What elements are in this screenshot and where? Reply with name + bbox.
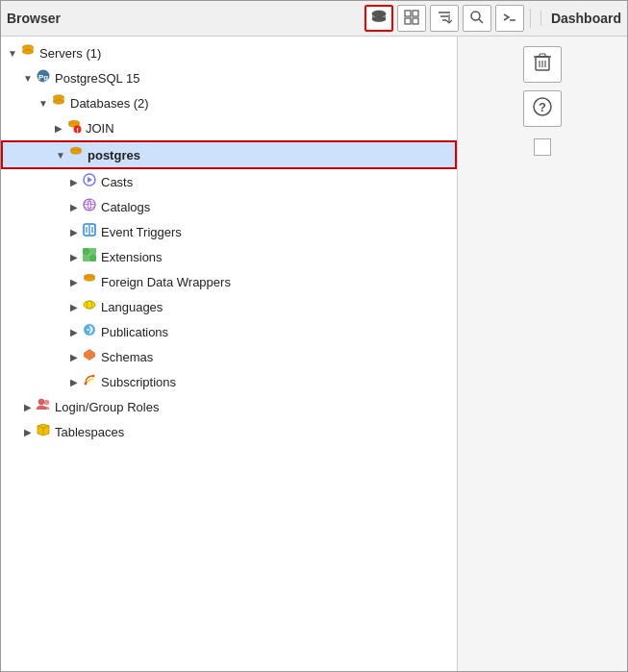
publications-icon bbox=[82, 322, 97, 341]
postgres-label: postgres bbox=[88, 148, 140, 162]
filter-button[interactable] bbox=[430, 5, 459, 32]
tree-item-languages[interactable]: ▶ Languages bbox=[1, 294, 457, 319]
servers-label: Servers (1) bbox=[39, 46, 101, 61]
svg-point-45 bbox=[85, 277, 95, 281]
svg-text:?: ? bbox=[539, 100, 546, 114]
svg-point-32 bbox=[71, 150, 82, 154]
postgres-icon bbox=[68, 145, 84, 164]
tree-item-casts[interactable]: ▶ Casts bbox=[1, 169, 457, 194]
tree-item-login-group-roles[interactable]: ▶ Login/Group Roles bbox=[1, 394, 457, 419]
event-triggers-icon bbox=[82, 222, 97, 241]
grid-button[interactable] bbox=[397, 5, 426, 32]
toggle-catalogs: ▶ bbox=[66, 202, 82, 212]
subscriptions-label: Subscriptions bbox=[101, 375, 176, 389]
tablespaces-label: Tablespaces bbox=[55, 425, 124, 439]
svg-line-13 bbox=[479, 19, 483, 23]
extensions-icon bbox=[82, 247, 97, 266]
toggle-event-triggers: ▶ bbox=[66, 227, 82, 237]
svg-point-52 bbox=[85, 383, 88, 386]
foreign-data-wrappers-label: Foreign Data Wrappers bbox=[101, 275, 231, 289]
tree-item-publications[interactable]: ▶ Publications bbox=[1, 319, 457, 344]
toggle-servers: ▼ bbox=[5, 48, 20, 59]
search-icon bbox=[469, 10, 485, 28]
svg-rect-7 bbox=[413, 18, 418, 24]
servers-icon bbox=[20, 43, 36, 62]
svg-rect-40 bbox=[89, 248, 96, 255]
grid-icon bbox=[404, 10, 419, 28]
toggle-tablespaces: ▶ bbox=[20, 427, 36, 437]
svg-text:Pg: Pg bbox=[38, 73, 48, 82]
postgresql-icon: Pg bbox=[36, 68, 51, 87]
extensions-label: Extensions bbox=[101, 250, 163, 264]
tree-item-event-triggers[interactable]: ▶ Event Triggers bbox=[1, 219, 457, 244]
svg-point-18 bbox=[23, 50, 34, 54]
app-window: Browser bbox=[0, 0, 628, 672]
toggle-languages: ▶ bbox=[66, 302, 82, 312]
svg-rect-59 bbox=[540, 54, 545, 57]
tree-item-join[interactable]: ▶ ! JOIN bbox=[1, 115, 457, 140]
toggle-schemas: ▶ bbox=[66, 352, 82, 362]
event-triggers-label: Event Triggers bbox=[101, 225, 182, 239]
casts-icon bbox=[82, 172, 97, 191]
svg-rect-4 bbox=[405, 11, 411, 16]
toggle-login-group-roles: ▶ bbox=[20, 402, 36, 412]
browser-panel: ▼ Servers (1) bbox=[1, 37, 458, 671]
object-button[interactable] bbox=[364, 5, 393, 32]
toolbar-separator bbox=[530, 9, 531, 28]
tree-item-postgres[interactable]: ▼ postgres bbox=[1, 140, 457, 169]
join-label: JOIN bbox=[86, 121, 114, 136]
svg-point-12 bbox=[471, 12, 480, 20]
delete-icon bbox=[533, 52, 552, 78]
tree-item-databases[interactable]: ▼ Databases (2) bbox=[1, 90, 457, 115]
postgresql-label: PostgreSQL 15 bbox=[55, 71, 139, 86]
join-icon: ! bbox=[66, 118, 82, 137]
svg-rect-5 bbox=[413, 11, 418, 16]
toggle-extensions: ▶ bbox=[66, 252, 82, 262]
svg-point-55 bbox=[44, 400, 49, 405]
schemas-icon bbox=[82, 347, 97, 366]
tree-item-servers[interactable]: ▼ Servers (1) bbox=[1, 40, 457, 65]
tree-item-schemas[interactable]: ▶ Schemas bbox=[1, 344, 457, 369]
svg-rect-1 bbox=[372, 13, 386, 16]
tree-item-catalogs[interactable]: ▶ Catalogs bbox=[1, 194, 457, 219]
toggle-postgres: ▼ bbox=[53, 150, 68, 161]
search-button[interactable] bbox=[463, 5, 491, 32]
delete-button[interactable] bbox=[523, 46, 562, 83]
tree-item-extensions[interactable]: ▶ Extensions bbox=[1, 244, 457, 269]
checkbox[interactable] bbox=[534, 138, 551, 156]
help-button[interactable]: ? bbox=[523, 90, 562, 127]
tree: ▼ Servers (1) bbox=[1, 37, 457, 448]
toggle-publications: ▶ bbox=[66, 327, 82, 337]
tree-item-tablespaces[interactable]: ▶ Tablespaces bbox=[1, 419, 457, 444]
svg-point-53 bbox=[92, 375, 95, 378]
tree-item-postgresql[interactable]: ▼ Pg PostgreSQL 15 bbox=[1, 65, 457, 90]
svg-point-46 bbox=[84, 301, 95, 309]
main-content: ▼ Servers (1) bbox=[1, 37, 627, 671]
svg-rect-6 bbox=[405, 18, 411, 24]
databases-icon bbox=[51, 93, 66, 112]
svg-rect-42 bbox=[89, 255, 96, 261]
login-group-roles-icon bbox=[36, 397, 51, 416]
tree-item-subscriptions[interactable]: ▶ Subscriptions bbox=[1, 369, 457, 394]
foreign-data-wrappers-icon bbox=[82, 272, 97, 291]
toggle-postgresql: ▼ bbox=[20, 73, 36, 84]
dashboard-panel: ? bbox=[458, 37, 627, 671]
svg-point-3 bbox=[372, 16, 386, 21]
catalogs-label: Catalogs bbox=[101, 200, 150, 214]
tablespaces-icon bbox=[36, 422, 51, 441]
toolbar: Browser bbox=[1, 1, 627, 37]
svg-rect-16 bbox=[23, 47, 34, 50]
toggle-databases: ▼ bbox=[36, 98, 51, 109]
schemas-label: Schemas bbox=[101, 350, 153, 364]
terminal-button[interactable] bbox=[495, 5, 524, 32]
help-icon: ? bbox=[533, 97, 552, 121]
browser-title: Browser bbox=[7, 11, 361, 26]
subscriptions-icon bbox=[82, 372, 97, 391]
toggle-join: ▶ bbox=[51, 123, 66, 134]
publications-label: Publications bbox=[101, 325, 168, 339]
tree-item-foreign-data-wrappers[interactable]: ▶ Foreign Data Wrappers bbox=[1, 269, 457, 294]
svg-marker-34 bbox=[88, 177, 92, 183]
catalogs-icon bbox=[82, 197, 97, 216]
filter-icon bbox=[437, 10, 452, 28]
casts-label: Casts bbox=[101, 175, 133, 189]
